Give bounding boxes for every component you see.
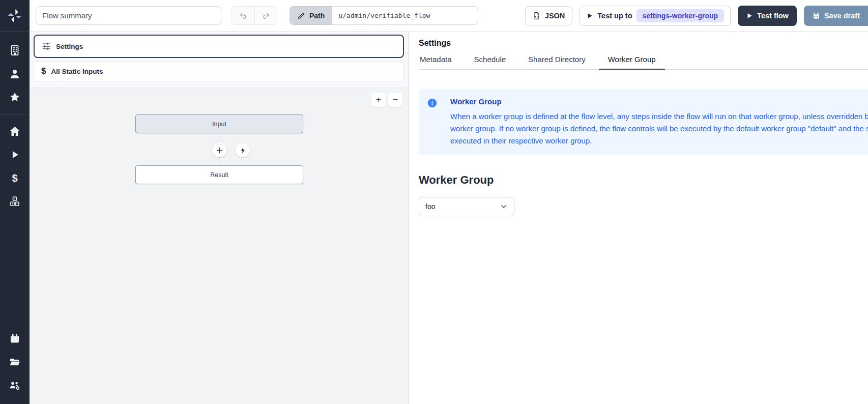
play-icon bbox=[9, 149, 20, 160]
sidebar-item-folders[interactable] bbox=[0, 350, 30, 373]
flow-settings-label: Settings bbox=[56, 43, 83, 50]
workers-icon bbox=[9, 379, 21, 391]
worker-group-select[interactable]: foo bbox=[419, 197, 514, 216]
all-static-inputs-item[interactable]: All Static Inputs bbox=[34, 61, 404, 81]
save-draft-label: Save draft bbox=[824, 12, 860, 20]
windmill-logo[interactable] bbox=[0, 0, 30, 32]
redo-arrow-icon bbox=[262, 11, 271, 20]
calendar-icon bbox=[9, 332, 21, 344]
add-trigger-button[interactable] bbox=[236, 143, 250, 157]
flow-summary-input[interactable] bbox=[36, 6, 221, 25]
sidebar-item-variables[interactable] bbox=[0, 166, 30, 190]
sidebar-item-schedules[interactable] bbox=[0, 327, 30, 350]
dollar-icon bbox=[12, 172, 17, 184]
play-icon bbox=[746, 12, 753, 19]
worker-group-info-alert: Worker Group When a worker group is defi… bbox=[419, 89, 868, 155]
sidebar-item-favorites[interactable] bbox=[0, 85, 30, 109]
sidebar-separator bbox=[0, 114, 30, 114]
sliders-icon bbox=[42, 42, 51, 51]
flow-settings-panel: Settings Metadata Schedule Shared Direct… bbox=[409, 32, 868, 404]
path-chip-label: Path bbox=[309, 12, 325, 20]
sidebar-item-runs[interactable] bbox=[0, 143, 30, 166]
test-flow-button[interactable]: Test flow bbox=[738, 6, 797, 26]
worker-group-select-value: foo bbox=[425, 203, 435, 211]
flow-settings-item[interactable]: Settings bbox=[34, 35, 404, 58]
sidebar-item-home[interactable] bbox=[0, 120, 30, 143]
home-icon bbox=[9, 125, 21, 137]
settings-tabs: Metadata Schedule Shared Directory Worke… bbox=[419, 55, 868, 70]
json-button[interactable]: JSON bbox=[525, 6, 573, 25]
star-icon bbox=[9, 91, 21, 103]
sidebar-item-workspace[interactable] bbox=[0, 39, 30, 62]
zoom-in-button[interactable]: + bbox=[371, 93, 386, 107]
path-edit-button[interactable]: Path bbox=[290, 6, 332, 25]
info-icon bbox=[427, 98, 438, 108]
test-up-to-label: Test up to bbox=[597, 12, 632, 20]
folder-icon bbox=[9, 356, 21, 368]
sidebar bbox=[0, 0, 30, 404]
tab-schedule[interactable]: Schedule bbox=[473, 55, 507, 69]
windmill-logo-icon bbox=[7, 8, 23, 24]
alert-title: Worker Group bbox=[450, 97, 868, 106]
tab-metadata[interactable]: Metadata bbox=[419, 55, 453, 69]
settings-panel-title: Settings bbox=[419, 39, 868, 48]
chevron-down-icon bbox=[500, 203, 508, 211]
test-flow-label: Test flow bbox=[757, 12, 789, 20]
path-input[interactable] bbox=[332, 6, 478, 25]
add-step-button[interactable] bbox=[212, 143, 226, 157]
user-icon bbox=[9, 68, 21, 80]
result-node[interactable]: Result bbox=[135, 165, 303, 184]
topbar: Path JSON Test up to bbox=[30, 0, 868, 32]
sidebar-item-resources[interactable] bbox=[0, 190, 30, 213]
undo-arrow-icon bbox=[239, 11, 248, 20]
undo-button[interactable] bbox=[232, 7, 254, 24]
plus-icon bbox=[216, 147, 223, 154]
flow-graph[interactable]: + − Input Result bbox=[30, 88, 408, 404]
path-group: Path bbox=[290, 6, 478, 25]
worker-group-section-heading: Worker Group bbox=[419, 174, 868, 187]
pencil-icon bbox=[297, 12, 305, 20]
tab-worker-group[interactable]: Worker Group bbox=[607, 55, 657, 69]
sidebar-item-user[interactable] bbox=[0, 62, 30, 85]
test-up-to-step-badge[interactable]: settings-worker-group bbox=[636, 9, 725, 22]
undo-redo-group bbox=[232, 6, 277, 25]
flow-editor-panel: Settings All Static Inputs + − Input bbox=[30, 32, 409, 404]
play-icon bbox=[586, 12, 593, 19]
save-draft-button[interactable]: Save draft bbox=[804, 6, 868, 26]
alert-body: When a worker group is defined at the fl… bbox=[450, 110, 868, 147]
app-root: Path JSON Test up to bbox=[0, 0, 868, 404]
boxes-icon bbox=[9, 195, 21, 208]
save-icon bbox=[812, 12, 820, 20]
tab-shared-directory[interactable]: Shared Directory bbox=[527, 55, 587, 69]
file-json-icon bbox=[533, 12, 541, 20]
redo-button[interactable] bbox=[254, 7, 277, 24]
json-button-label: JSON bbox=[545, 12, 565, 20]
graph-zoom-controls: + − bbox=[371, 93, 402, 107]
dollar-icon bbox=[41, 66, 46, 76]
zoom-out-button[interactable]: − bbox=[388, 93, 402, 107]
building-icon bbox=[9, 44, 21, 56]
sidebar-item-workers[interactable] bbox=[0, 373, 30, 397]
input-node[interactable]: Input bbox=[135, 114, 303, 133]
test-up-to-button[interactable]: Test up to settings-worker-group bbox=[580, 6, 731, 26]
zap-icon bbox=[239, 147, 247, 154]
all-static-inputs-label: All Static Inputs bbox=[51, 68, 103, 75]
